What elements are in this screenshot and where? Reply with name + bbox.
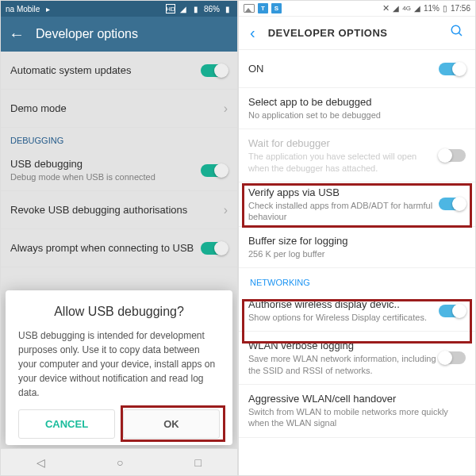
hd-icon: HD — [166, 4, 175, 13]
row-aggressive-handover[interactable]: Aggressive WLAN/cell handover Switch fro… — [239, 385, 475, 438]
app-icon-t: T — [258, 3, 268, 13]
row-sublabel: No application set to be debugged — [248, 109, 466, 121]
time-label: 17:56 — [451, 4, 470, 13]
right-phone-panel: T S ✕ ◢ 4G ◢ 11% ▯ 17:56 ‹ DEVELOPER OPT… — [238, 0, 476, 476]
svg-line-1 — [459, 33, 462, 36]
row-label: Always prompt when connecting to USB — [10, 242, 201, 254]
row-sublabel: Show options for Wireless Display certif… — [248, 312, 439, 323]
sim-icon: ▸ — [43, 4, 52, 13]
row-label: WLAN verbose logging — [248, 340, 439, 351]
row-label: Authorise wireless display devic.. — [248, 298, 439, 310]
page-title-right: DEVELOPER OPTIONS — [268, 27, 437, 39]
signal2-icon: ◢ — [414, 4, 420, 13]
row-sublabel: The application you have selected will o… — [248, 151, 439, 174]
row-sublabel: Save more WLAN network information, incl… — [248, 353, 439, 376]
dialog-body: USB debugging is intended for developmen… — [18, 328, 220, 400]
svg-point-0 — [451, 25, 460, 34]
row-wait-debugger: Wait for debugger The application you ha… — [239, 129, 475, 182]
section-debugging: DEBUGGING — [1, 128, 237, 150]
row-label: Revoke USB debugging authorisations — [10, 204, 217, 216]
right-settings-list: ON Select app to be debugged No applicat… — [239, 50, 475, 475]
row-label: Demo mode — [10, 102, 217, 114]
vibrate-icon: ✕ — [382, 3, 390, 13]
row-label: Verify apps via USB — [248, 186, 439, 198]
cancel-button[interactable]: CANCEL — [18, 409, 115, 439]
page-title-left: Developer options — [36, 27, 138, 41]
row-label: Buffer size for logging — [248, 235, 466, 247]
row-verify-usb[interactable]: Verify apps via USB Check installed apps… — [239, 182, 475, 227]
row-sublabel: 256 K per log buffer — [248, 248, 466, 259]
statusbar-right: T S ✕ ◢ 4G ◢ 11% ▯ 17:56 — [239, 1, 475, 17]
dialog-title: Allow USB debugging? — [18, 305, 220, 319]
toggle-usb-debugging[interactable] — [201, 164, 228, 177]
search-icon[interactable] — [450, 24, 464, 42]
dialog-buttons: CANCEL OK — [18, 409, 220, 439]
usb-debugging-dialog: Allow USB debugging? USB debugging is in… — [6, 290, 232, 445]
row-master-on[interactable]: ON — [239, 50, 475, 88]
toggle-wlan-verbose[interactable] — [439, 351, 466, 364]
gallery-icon — [244, 4, 255, 13]
row-label: Select app to be debugged — [248, 96, 466, 108]
app-icon-s: S — [271, 3, 282, 13]
toggle-authorise-wireless[interactable] — [439, 305, 466, 317]
toggle-wait-debugger — [439, 149, 466, 162]
row-sublabel: Debug mode when USB is connected — [10, 171, 201, 182]
section-networking: NETWORKING — [239, 268, 475, 290]
back-icon[interactable]: ← — [9, 25, 25, 44]
battery-icon: ▮ — [223, 4, 232, 13]
toggle-auto-updates[interactable] — [201, 64, 228, 77]
signal-icon: ◢ — [393, 4, 399, 13]
row-sublabel: Switch from WLAN to mobile networks more… — [248, 406, 466, 429]
battery-pct: 86% — [204, 5, 220, 13]
4g-icon: 4G — [402, 5, 411, 12]
carrier-label: na Mobile — [6, 5, 40, 13]
row-wlan-verbose[interactable]: WLAN verbose logging Save more WLAN netw… — [239, 332, 475, 385]
back-icon[interactable]: ‹ — [250, 24, 255, 42]
battery-pct-r: 11% — [424, 4, 440, 13]
chevron-right-icon: › — [217, 102, 228, 116]
row-always-prompt[interactable]: Always prompt when connecting to USB — [1, 229, 237, 267]
row-label: USB debugging — [10, 158, 201, 170]
row-label: Aggressive WLAN/cell handover — [248, 393, 466, 405]
row-label: Automatic system updates — [10, 64, 201, 76]
header-left: ← Developer options — [1, 17, 237, 52]
row-auto-updates[interactable]: Automatic system updates — [1, 52, 237, 90]
toggle-always-prompt[interactable] — [201, 242, 228, 255]
chevron-right-icon: › — [217, 203, 228, 217]
left-phone-panel: na Mobile ▸ HD ◢ ▮ 86% ▮ ← Developer opt… — [0, 0, 238, 476]
toggle-master[interactable] — [439, 63, 466, 75]
row-select-app[interactable]: Select app to be debugged No application… — [239, 88, 475, 129]
nav-home-icon[interactable]: ○ — [117, 456, 123, 469]
signal-icon: ▮ — [191, 4, 201, 13]
row-buffer-size[interactable]: Buffer size for logging 256 K per log bu… — [239, 227, 475, 268]
row-authorise-wireless[interactable]: Authorise wireless display devic.. Show … — [239, 290, 475, 332]
header-right: ‹ DEVELOPER OPTIONS — [239, 17, 475, 50]
row-sublabel: Check installed apps from ADB/ADT for ha… — [248, 200, 439, 223]
nav-back-icon[interactable]: ◁ — [36, 456, 45, 469]
navbar-left: ◁ ○ □ — [1, 448, 237, 475]
battery-icon: ▯ — [443, 4, 447, 13]
row-usb-debugging[interactable]: USB debugging Debug mode when USB is con… — [1, 150, 237, 191]
wifi-icon: ◢ — [178, 4, 188, 13]
ok-button[interactable]: OK — [123, 409, 220, 439]
nav-recent-icon[interactable]: □ — [195, 456, 202, 469]
row-label: ON — [248, 63, 439, 75]
row-revoke-auth[interactable]: Revoke USB debugging authorisations › — [1, 191, 237, 229]
row-label: Wait for debugger — [248, 137, 439, 149]
row-demo-mode[interactable]: Demo mode › — [1, 90, 237, 128]
statusbar-left: na Mobile ▸ HD ◢ ▮ 86% ▮ — [1, 1, 237, 17]
toggle-verify-usb[interactable] — [439, 198, 466, 210]
